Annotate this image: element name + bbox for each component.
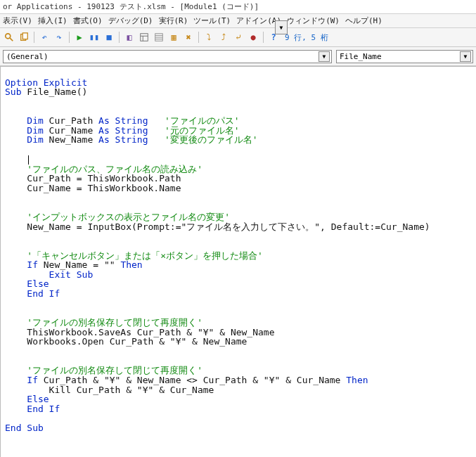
svg-point-0 — [6, 34, 11, 39]
code-keyword: Then — [346, 375, 368, 385]
toolbar: ↶ ↷ ▶ ▮▮ ■ ◧ ▦ ✖ ⤵ ⤴ ⤶ ● ? 9 行, 5 桁 — [0, 28, 476, 47]
code-keyword: Then — [120, 259, 142, 270]
code-keyword: End If — [5, 404, 60, 414]
properties-icon[interactable] — [153, 31, 165, 44]
menu-tools[interactable]: ツール(T) — [193, 15, 231, 26]
menu-window[interactable]: ウィンドウ(W) — [287, 15, 340, 26]
code-text: Cur_Name = ThisWorkbook.Name — [5, 183, 181, 193]
toolbar-separator — [198, 32, 199, 43]
menu-bar: 表示(V) 挿入(I) 書式(O) デバッグ(D) 実行(R) ツール(T) ア… — [0, 14, 476, 28]
code-keyword: As String — [98, 134, 148, 145]
breakpoint-icon[interactable]: ● — [247, 31, 259, 44]
object-procedure-bar: (General) ▼ File_Name ▼ — [0, 47, 476, 66]
run-icon[interactable]: ▶ — [73, 31, 86, 44]
code-editor[interactable]: Option Explicit Sub File_Name() Dim Cur_… — [0, 66, 476, 457]
project-explorer-icon[interactable] — [138, 31, 150, 44]
menu-run[interactable]: 実行(R) — [159, 15, 188, 26]
menu-format[interactable]: 書式(O) — [73, 15, 103, 26]
window-title: or Applications - 190123 テスト.xlsm - [Mod… — [3, 2, 259, 11]
step-into-icon[interactable]: ⤵ — [202, 31, 215, 44]
undo-icon[interactable]: ↶ — [38, 31, 51, 44]
menu-insert[interactable]: 挿入(I) — [38, 15, 67, 26]
menu-debug[interactable]: デバッグ(D) — [108, 15, 153, 26]
procedure-dropdown[interactable]: File_Name ▼ — [336, 50, 473, 63]
stop-icon[interactable]: ■ — [103, 31, 115, 44]
copy-icon[interactable] — [18, 31, 30, 44]
object-dropdown-value: (General) — [6, 52, 49, 61]
procedure-dropdown-value: File_Name — [340, 52, 382, 61]
cursor-position: 9 行, 5 桁 — [285, 32, 328, 43]
menu-help[interactable]: ヘルプ(H) — [345, 15, 382, 26]
code-text: New_Name — [44, 134, 98, 145]
code-keyword: End If — [5, 288, 60, 299]
redo-icon[interactable]: ↷ — [53, 31, 65, 44]
svg-line-1 — [10, 38, 13, 41]
toolbar-separator — [34, 32, 34, 43]
chevron-down-icon: ▼ — [460, 51, 471, 62]
toolbar-separator — [69, 32, 70, 43]
toolbar-overflow-dropdown[interactable]: ▼ — [275, 20, 288, 34]
code-text: New_Name = InputBox(Prompt:="ファイル名を入力して下… — [5, 221, 430, 232]
code-keyword: Sub — [5, 86, 21, 97]
find-icon[interactable] — [3, 31, 15, 44]
menu-view[interactable]: 表示(V) — [3, 15, 32, 26]
toolbox-icon[interactable]: ✖ — [182, 31, 195, 44]
code-text: Workbooks.Open Cur_Path & "¥" & New_Name — [5, 336, 247, 347]
chevron-down-icon: ▼ — [319, 51, 330, 62]
object-dropdown[interactable]: (General) ▼ — [3, 50, 332, 63]
code-keyword: Dim — [5, 134, 44, 145]
design-mode-icon[interactable]: ◧ — [123, 31, 136, 44]
code-keyword: End Sub — [5, 423, 44, 433]
toolbar-separator — [263, 32, 264, 43]
step-over-icon[interactable]: ⤴ — [217, 31, 230, 44]
step-out-icon[interactable]: ⤶ — [232, 31, 245, 44]
svg-rect-3 — [22, 33, 27, 39]
code-text: File_Name() — [21, 86, 87, 97]
code-content[interactable]: Option Explicit Sub File_Name() Dim Cur_… — [1, 67, 476, 435]
toolbar-separator — [119, 32, 120, 43]
code-comment: '変更後のファイル名' — [148, 134, 258, 145]
object-browser-icon[interactable]: ▦ — [167, 31, 180, 44]
pause-icon[interactable]: ▮▮ — [88, 31, 101, 44]
svg-rect-4 — [141, 34, 148, 41]
title-bar: or Applications - 190123 テスト.xlsm - [Mod… — [0, 0, 476, 14]
